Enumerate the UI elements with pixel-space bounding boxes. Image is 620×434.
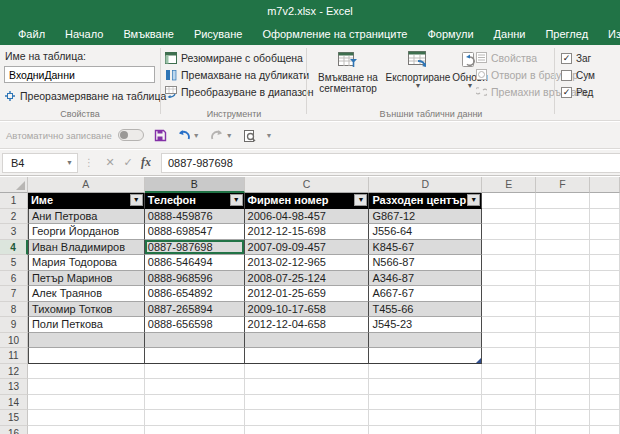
row-header-5[interactable]: 5	[0, 255, 28, 271]
filter-button[interactable]: ▼	[130, 194, 143, 206]
cell-B14[interactable]	[145, 395, 245, 411]
cell-E15[interactable]	[482, 410, 536, 426]
cell-C12[interactable]	[245, 364, 370, 380]
cell-E13[interactable]	[482, 379, 536, 395]
cell-F7[interactable]	[536, 286, 590, 302]
table-resize-handle[interactable]	[476, 358, 481, 363]
cell-F6[interactable]	[536, 271, 590, 287]
style-option-3[interactable]: ✓Ред	[561, 84, 595, 101]
column-header-F[interactable]: F	[536, 177, 590, 193]
cell-E3[interactable]	[482, 224, 536, 240]
cell-C8[interactable]: 2009-10-17-658	[245, 302, 370, 318]
cell-A8[interactable]: Тихомир Тотков	[28, 302, 145, 318]
cell-D9[interactable]: J545-23	[369, 317, 482, 333]
cell-C4[interactable]: 2007-09-09-457	[245, 240, 370, 256]
cell-E6[interactable]	[482, 271, 536, 287]
redo-button[interactable]	[210, 129, 224, 141]
tab-8[interactable]: Преглед	[535, 24, 598, 44]
remove-duplicates-button[interactable]: Премахване на дубликати	[165, 66, 314, 83]
cell-C5[interactable]: 2013-02-12-965	[245, 255, 370, 271]
cell-E11[interactable]	[482, 348, 536, 364]
cell-A3[interactable]: Георги Йорданов	[28, 224, 145, 240]
row-header-4[interactable]: 4	[0, 240, 28, 256]
insert-slicer-button[interactable]: Вмъкване на сегментатор	[308, 48, 388, 108]
cell-B10[interactable]	[145, 333, 245, 349]
cell-D2[interactable]: G867-12	[369, 209, 482, 225]
table-header-cell-D1[interactable]: Разходен център▼	[369, 193, 482, 209]
cell-F13[interactable]	[536, 379, 590, 395]
cell-D5[interactable]: N566-87	[369, 255, 482, 271]
cell-C10[interactable]	[245, 333, 370, 349]
row-header-2[interactable]: 2	[0, 209, 28, 225]
row-header-3[interactable]: 3	[0, 224, 28, 240]
cell-E2[interactable]	[482, 209, 536, 225]
undo-dropdown-caret[interactable]: ▼	[193, 132, 200, 139]
cell-C7[interactable]: 2012-01-25-659	[245, 286, 370, 302]
cell-C15[interactable]	[245, 410, 370, 426]
row-header-7[interactable]: 7	[0, 286, 28, 302]
tab-3[interactable]: Вмъкване	[113, 24, 184, 44]
cell-D14[interactable]	[369, 395, 482, 411]
row-header-9[interactable]: 9	[0, 317, 28, 333]
filter-button[interactable]: ▼	[354, 194, 367, 206]
autosave-toggle[interactable]	[118, 129, 144, 141]
cell-F14[interactable]	[536, 395, 590, 411]
cell-E14[interactable]	[482, 395, 536, 411]
cell-F3[interactable]	[536, 224, 590, 240]
filter-button[interactable]: ▼	[230, 194, 243, 206]
formula-input[interactable]: 0887-987698	[161, 153, 620, 173]
cell-E4[interactable]	[482, 240, 536, 256]
cell-F9[interactable]	[536, 317, 590, 333]
cell-A14[interactable]	[28, 395, 145, 411]
cell-B12[interactable]	[145, 364, 245, 380]
cell-B11[interactable]	[145, 348, 245, 364]
table-name-input[interactable]	[4, 66, 155, 83]
cell-F8[interactable]	[536, 302, 590, 318]
cell-F15[interactable]	[536, 410, 590, 426]
row-header-15[interactable]: 15	[0, 410, 28, 426]
cell-A6[interactable]: Петър Маринов	[28, 271, 145, 287]
cell-A12[interactable]	[28, 364, 145, 380]
cell-E5[interactable]	[482, 255, 536, 271]
select-all-button[interactable]	[0, 177, 28, 193]
resize-table-button[interactable]: Преоразмеряване на таблица	[4, 87, 166, 104]
style-option-1[interactable]: ✓Заг	[561, 50, 595, 67]
row-header-13[interactable]: 13	[0, 379, 28, 395]
tab-7[interactable]: Данни	[484, 24, 536, 44]
cell-D15[interactable]	[369, 410, 482, 426]
cell-B3[interactable]: 0888-698547	[145, 224, 245, 240]
cell-D12[interactable]	[369, 364, 482, 380]
cell-D10[interactable]	[369, 333, 482, 349]
cell-D8[interactable]: T455-66	[369, 302, 482, 318]
cell-F16[interactable]	[536, 426, 590, 434]
cell-B4[interactable]: 0887-987698	[145, 240, 245, 256]
row-header-12[interactable]: 12	[0, 364, 28, 380]
summarize-with-pivot-button[interactable]: Резюмиране с обобщена	[165, 49, 314, 66]
row-header-14[interactable]: 14	[0, 395, 28, 411]
cell-B16[interactable]	[145, 426, 245, 434]
cell-B8[interactable]: 0887-265894	[145, 302, 245, 318]
redo-dropdown-caret[interactable]: ▼	[226, 132, 233, 139]
column-header-C[interactable]: C	[245, 177, 370, 193]
column-header-E[interactable]: E	[482, 177, 536, 193]
cell-B2[interactable]: 0888-459876	[145, 209, 245, 225]
cell-D4[interactable]: K845-67	[369, 240, 482, 256]
cell-F1[interactable]	[536, 193, 590, 209]
row-header-1[interactable]: 1	[0, 193, 28, 209]
row-header-8[interactable]: 8	[0, 302, 28, 318]
tab-2[interactable]: Начало	[55, 24, 113, 44]
convert-to-range-button[interactable]: Преобразуване в диапазон	[165, 83, 314, 100]
row-header-16[interactable]: 16	[0, 426, 28, 434]
cell-D13[interactable]	[369, 379, 482, 395]
row-header-10[interactable]: 10	[0, 333, 28, 349]
cell-D7[interactable]: A667-67	[369, 286, 482, 302]
cell-D3[interactable]: J556-64	[369, 224, 482, 240]
cell-B6[interactable]: 0888-968596	[145, 271, 245, 287]
insert-function-button[interactable]: fx	[137, 155, 155, 170]
column-header-D[interactable]: D	[369, 177, 482, 193]
table-header-cell-B1[interactable]: Телефон▼	[145, 193, 245, 209]
tab-4[interactable]: Рисуване	[184, 24, 253, 44]
cell-C13[interactable]	[245, 379, 370, 395]
cell-A11[interactable]	[28, 348, 145, 364]
cell-F10[interactable]	[536, 333, 590, 349]
